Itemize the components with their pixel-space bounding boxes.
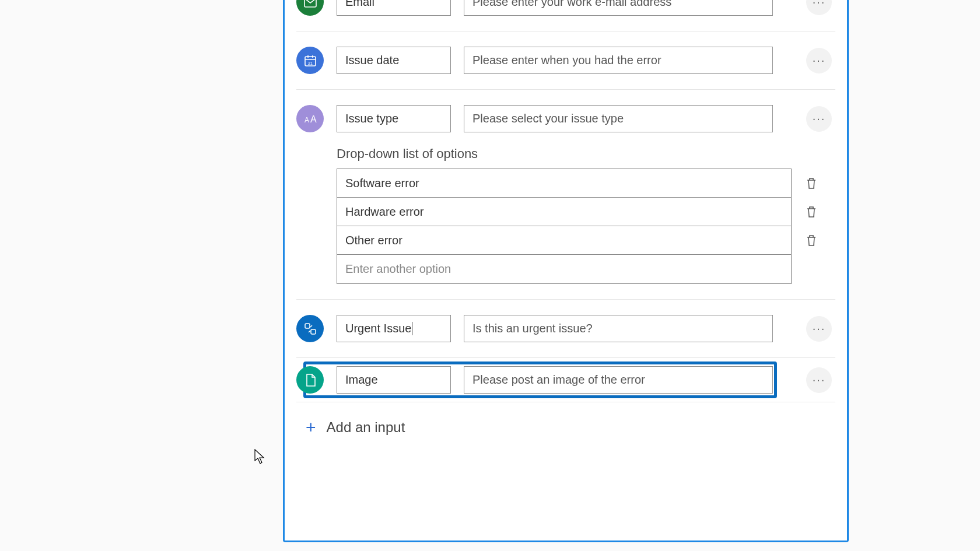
input-name-email[interactable] bbox=[337, 0, 451, 16]
dropdown-option-label: Hardware error bbox=[345, 205, 424, 219]
input-name-urgent[interactable]: Urgent Issue bbox=[337, 315, 451, 342]
dropdown-option-label: Software error bbox=[345, 177, 419, 190]
input-desc-urgent[interactable] bbox=[464, 315, 773, 342]
delete-option-button[interactable] bbox=[804, 231, 819, 249]
svg-rect-6 bbox=[311, 329, 316, 334]
input-desc-email[interactable] bbox=[464, 0, 773, 16]
file-icon bbox=[296, 366, 324, 394]
dropdown-options-block: Drop-down list of options Software error… bbox=[337, 146, 835, 284]
more-button[interactable]: ··· bbox=[806, 0, 832, 15]
svg-text:A: A bbox=[304, 116, 309, 124]
calendar-icon: 21 bbox=[296, 47, 324, 74]
email-icon bbox=[296, 0, 324, 16]
input-name-type[interactable] bbox=[337, 105, 451, 132]
input-name-urgent-text: Urgent Issue bbox=[345, 322, 412, 335]
mouse-cursor bbox=[254, 449, 265, 464]
input-row-type: AA ··· Drop-down list of options Softwar… bbox=[296, 90, 835, 300]
svg-rect-0 bbox=[304, 0, 316, 7]
input-row-urgent: Urgent Issue ··· bbox=[296, 300, 835, 358]
input-desc-date[interactable] bbox=[464, 47, 773, 74]
input-name-image[interactable] bbox=[337, 366, 451, 394]
svg-text:A: A bbox=[310, 114, 317, 124]
yesno-icon bbox=[296, 315, 324, 342]
svg-rect-5 bbox=[305, 324, 310, 328]
more-button[interactable]: ··· bbox=[806, 48, 832, 73]
input-desc-type[interactable] bbox=[464, 105, 773, 132]
dropdown-option[interactable]: Hardware error bbox=[337, 198, 791, 226]
add-input-label: Add an input bbox=[327, 419, 405, 436]
dropdown-option[interactable]: Software error bbox=[337, 169, 791, 198]
more-button[interactable]: ··· bbox=[806, 316, 832, 342]
dropdown-placeholder: Enter another option bbox=[345, 262, 451, 276]
input-row-email: ··· bbox=[296, 0, 835, 31]
plus-icon: + bbox=[306, 417, 316, 437]
trigger-parameters-panel: ··· 21 ··· AA ··· bbox=[283, 0, 849, 542]
more-button[interactable]: ··· bbox=[806, 106, 832, 132]
input-row-image: ··· bbox=[296, 358, 835, 402]
input-desc-image[interactable] bbox=[464, 366, 773, 394]
input-row-date: 21 ··· bbox=[296, 31, 835, 90]
more-button[interactable]: ··· bbox=[806, 367, 832, 393]
dropdown-add-option[interactable]: Enter another option bbox=[337, 255, 791, 283]
add-input-button[interactable]: + Add an input bbox=[296, 402, 835, 461]
dropdown-option-label: Other error bbox=[345, 234, 402, 247]
dropdown-title: Drop-down list of options bbox=[337, 146, 835, 162]
dropdown-options-list: Software error Hardware error Other erro… bbox=[337, 169, 792, 284]
delete-option-button[interactable] bbox=[804, 203, 819, 220]
text-icon: AA bbox=[296, 105, 324, 132]
dropdown-option[interactable]: Other error bbox=[337, 226, 791, 255]
input-name-date[interactable] bbox=[337, 47, 451, 74]
svg-text:21: 21 bbox=[308, 61, 313, 65]
delete-option-button[interactable] bbox=[804, 174, 819, 192]
